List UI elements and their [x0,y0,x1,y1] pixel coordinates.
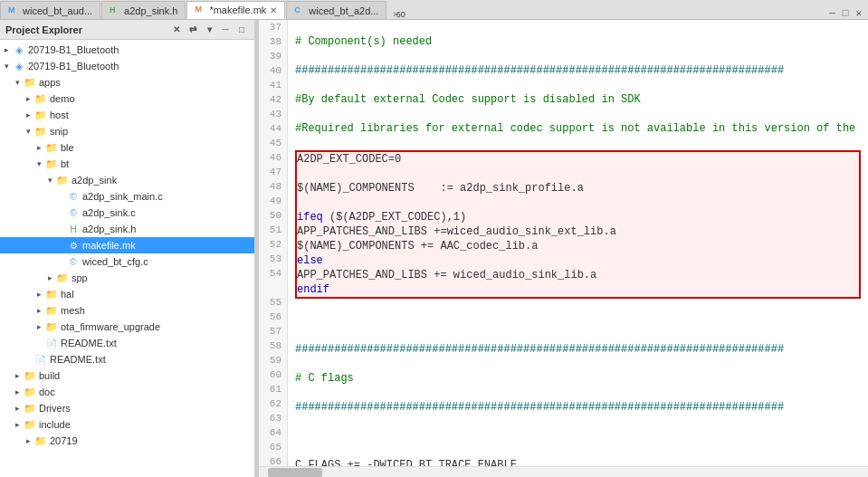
tab-wiced-bt-a2d[interactable]: C wiced_bt_a2d... [286,1,386,19]
tree-label: wiced_bt_cfg.c [82,256,148,267]
tree-arrow-icon: ▸ [13,420,22,429]
tree-arrow-spacer [56,241,65,250]
tab-wiced-bt-aud[interactable]: M wiced_bt_aud... [0,1,100,19]
tree-label: a2dp_sink_main.c [82,191,163,202]
tab-overflow[interactable]: ›60 [387,9,410,19]
tree-label: 20719-B1_Bluetooth [28,61,119,72]
sidebar-item-a2dp-sink[interactable]: ▾ 📁 a2dp_sink [0,172,254,188]
code-line-blank [295,429,861,444]
code-line-37: # Component(s) needed [295,34,861,49]
maximize-view-icon[interactable]: □ [234,23,249,37]
folder-icon: 📁 [24,76,36,89]
tree-label: mesh [61,305,85,316]
sidebar-item-a2dp-sink-main-c[interactable]: © a2dp_sink_main.c [0,188,254,205]
file-txt-icon: 📄 [34,353,47,366]
tree-label: 20719-B1_Bluetooth [28,44,119,55]
tree-arrow-icon: ▸ [24,436,33,445]
sidebar-item-wiced-bt-cfg-c[interactable]: © wiced_bt_cfg.c [0,253,254,270]
tree-arrow-icon: ▸ [34,290,43,299]
tree-label: 20719 [50,435,78,446]
sidebar-item-spp[interactable]: ▸ 📁 spp [0,270,254,286]
sidebar-item-project2[interactable]: ▾ ◈ 20719-B1_Bluetooth [0,58,254,74]
tree-label: host [50,110,69,120]
code-line-54: ########################################… [295,400,861,415]
sidebar-item-mesh[interactable]: ▸ 📁 mesh [0,302,254,319]
tree-label: README.txt [50,354,106,365]
tree-label: spp [72,272,88,283]
tree-arrow-icon: ▾ [13,78,22,87]
line-numbers: 37 38 39 40 41 42 43 44 45 46 47 48 49 5… [259,20,288,466]
project-icon: ◈ [13,60,25,72]
tree-arrow-icon: ▸ [24,94,33,103]
tab-a2dp-sink-h[interactable]: H a2dp_sink.h [101,1,186,19]
tab-label: wiced_bt_aud... [23,5,92,16]
view-menu-icon[interactable]: ▾ [202,23,216,37]
tree-label: build [39,370,60,381]
tab-label: a2dp_sink.h [124,5,177,16]
tree-label: hal [61,289,74,300]
file-c-icon: © [67,255,80,268]
tree-arrow-icon: ▸ [24,110,33,119]
folder-icon: 📁 [56,174,69,186]
tree-arrow-icon: ▸ [13,404,22,413]
editor-area: 37 38 39 40 41 42 43 44 45 46 47 48 49 5… [259,20,868,477]
sidebar-item-snip[interactable]: ▾ 📁 snip [0,123,254,139]
sidebar-item-20719[interactable]: ▸ 📁 20719 [0,433,254,449]
tab-label: *makefile.mk [209,5,266,15]
folder-icon: 📁 [45,320,58,333]
file-mk-icon: M [195,5,205,15]
scroll-thumb[interactable] [268,468,322,477]
file-h-icon: H [67,223,80,235]
tree-label: ota_firmware_upgrade [61,321,160,332]
sidebar-item-ota[interactable]: ▸ 📁 ota_firmware_upgrade [0,319,254,335]
tree-label: include [39,419,71,430]
folder-icon: 📁 [56,272,69,284]
sync-icon[interactable]: ⇄ [186,23,200,37]
sidebar-item-readme-snip[interactable]: 📄 README.txt [0,335,254,351]
tree-arrow-icon: ▸ [2,45,11,54]
sidebar-item-a2dp-sink-c[interactable]: © a2dp_sink.c [0,205,254,221]
sidebar-item-doc[interactable]: ▸ 📁 doc [0,384,254,400]
folder-icon: 📁 [45,141,58,154]
sidebar-tree[interactable]: ▸ ◈ 20719-B1_Bluetooth ▾ ◈ 20719-B1_Blue… [0,40,254,477]
horizontal-scrollbar[interactable] [259,466,868,477]
sidebar-item-project1[interactable]: ▸ ◈ 20719-B1_Bluetooth [0,42,254,58]
sidebar-item-host[interactable]: ▸ 📁 host [0,107,254,123]
close-button[interactable]: ✕ [853,7,864,19]
tab-close-button[interactable]: ✕ [270,5,277,15]
folder-icon: 📁 [34,434,47,447]
tree-arrow-spacer [34,339,43,348]
tree-arrow-icon: ▾ [45,176,54,185]
code-line-55: C_FLAGS += -DWICED_BT_TRACE_ENABLE [295,458,861,466]
tab-bar: M wiced_bt_aud... H a2dp_sink.h M *makef… [0,0,868,20]
tree-arrow-icon: ▸ [34,322,43,331]
code-text[interactable]: # Component(s) needed ##################… [288,20,868,466]
sidebar-item-makefile-mk[interactable]: ⚙ makefile.mk [0,237,254,253]
sidebar-item-demo[interactable]: ▸ 📁 demo [0,91,254,107]
maximize-button[interactable]: □ [840,8,852,19]
tree-arrow-icon: ▾ [34,159,43,168]
folder-icon: 📁 [34,125,47,138]
sidebar-item-ble[interactable]: ▸ 📁 ble [0,139,254,156]
code-container[interactable]: 37 38 39 40 41 42 43 44 45 46 47 48 49 5… [259,20,868,466]
sidebar-item-hal[interactable]: ▸ 📁 hal [0,286,254,302]
folder-icon: 📁 [24,386,36,398]
sidebar-item-include[interactable]: ▸ 📁 include [0,416,254,433]
folder-icon: 📁 [24,402,36,415]
sidebar-item-drivers[interactable]: ▸ 📁 Drivers [0,400,254,416]
minimize-button[interactable]: ─ [826,8,838,19]
collapse-icon[interactable]: ✕ [169,23,184,37]
code-line-53: # C flags [295,371,861,386]
sidebar-item-build[interactable]: ▸ 📁 build [0,367,254,384]
tab-makefile-mk[interactable]: M *makefile.mk ✕ [186,1,285,19]
sidebar-item-apps[interactable]: ▾ 📁 apps [0,74,254,91]
sidebar-item-bt[interactable]: ▾ 📁 bt [0,156,254,172]
folder-icon: 📁 [45,288,58,301]
file-mk-icon: ⚙ [67,239,80,252]
file-h-icon: H [110,5,120,16]
code-line-40: #Required libraries for external codec s… [295,121,861,136]
sidebar-item-readme-apps[interactable]: 📄 README.txt [0,351,254,367]
sidebar-item-a2dp-sink-h[interactable]: H a2dp_sink.h [0,221,254,237]
minimize-view-icon[interactable]: ─ [218,23,233,37]
tree-label: ble [61,142,74,153]
